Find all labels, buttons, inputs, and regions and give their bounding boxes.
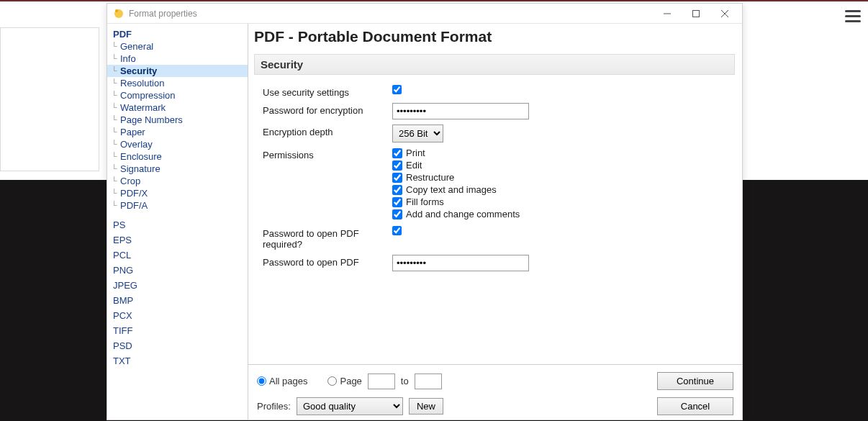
permission-row: Edit [392, 160, 735, 171]
app-icon [113, 8, 125, 19]
radio-all-pages-wrap[interactable]: All pages [257, 376, 307, 386]
tree-format-pcx[interactable]: PCX [107, 308, 248, 323]
radio-all-pages[interactable] [257, 376, 266, 386]
minimize-button[interactable] [653, 4, 682, 23]
tree-item-enclosure[interactable]: Enclosure [107, 150, 248, 163]
tree-format-eps[interactable]: EPS [107, 232, 248, 248]
tree-item-security[interactable]: Security [107, 65, 248, 77]
tree-format-bmp[interactable]: BMP [107, 293, 248, 308]
label-profiles: Profiles: [257, 401, 291, 412]
page-title: PDF - Portable Document Format [254, 28, 735, 45]
close-button[interactable] [710, 4, 739, 23]
svg-rect-3 [693, 10, 700, 17]
tree-item-page-numbers[interactable]: Page Numbers [107, 114, 248, 126]
title-bar: Format properties [107, 4, 742, 24]
permission-label: Add and change comments [406, 209, 520, 219]
permission-row: Restructure [392, 172, 735, 183]
tree-format-tiff[interactable]: TIFF [107, 323, 248, 338]
window-title: Format properties [129, 9, 197, 19]
label-use-security: Use security settings [263, 85, 392, 98]
permission-checkbox-add-and-change-comments[interactable] [392, 209, 402, 219]
permission-label: Restructure [406, 172, 454, 183]
permission-checkbox-print[interactable] [392, 148, 402, 158]
permission-label: Edit [406, 160, 422, 171]
permission-label: Copy text and images [406, 184, 497, 195]
permission-checkbox-copy-text-and-images[interactable] [392, 185, 402, 195]
input-page-from[interactable] [368, 374, 395, 389]
label-to: to [401, 376, 409, 386]
tree-item-signature[interactable]: Signature [107, 163, 248, 175]
permissions-list: PrintEditRestructureCopy text and images… [392, 148, 735, 221]
label-all-pages: All pages [269, 376, 307, 386]
tree-item-watermark[interactable]: Watermark [107, 101, 248, 114]
maximize-icon [692, 10, 700, 17]
permission-checkbox-fill-forms[interactable] [392, 197, 402, 207]
radio-page-range-wrap[interactable]: Page [327, 376, 361, 386]
tree-root-pdf[interactable]: PDF [107, 28, 248, 40]
tree-item-resolution[interactable]: Resolution [107, 77, 248, 89]
tree-item-compression[interactable]: Compression [107, 89, 248, 101]
format-tree: PDFGeneralInfoSecurityResolutionCompress… [107, 24, 248, 420]
tree-format-pcl[interactable]: PCL [107, 248, 248, 263]
tree-item-pdf-x[interactable]: PDF/X [107, 187, 248, 199]
footer: All pages Page to Continue Profiles: Goo [248, 364, 742, 420]
label-enc-depth: Encryption depth [263, 125, 392, 137]
permission-row: Copy text and images [392, 184, 735, 195]
tree-format-ps[interactable]: PS [107, 217, 248, 232]
tree-format-png[interactable]: PNG [107, 263, 248, 278]
input-pw-open[interactable] [392, 255, 529, 271]
format-properties-window: Format properties PDFGeneralInfoSecurity… [107, 3, 743, 420]
permission-label: Print [406, 148, 425, 158]
tree-format-txt[interactable]: TXT [107, 353, 248, 368]
permission-row: Fill forms [392, 196, 735, 207]
select-profile[interactable]: Good quality [297, 397, 403, 415]
tree-format-jpeg[interactable]: JPEG [107, 278, 248, 293]
permission-checkbox-restructure[interactable] [392, 173, 402, 183]
tree-item-crop[interactable]: Crop [107, 175, 248, 187]
continue-button[interactable]: Continue [657, 372, 733, 390]
tree-item-pdf-a[interactable]: PDF/A [107, 199, 248, 212]
label-permissions: Permissions [263, 148, 392, 160]
input-page-to[interactable] [415, 374, 442, 389]
cancel-button[interactable]: Cancel [657, 397, 733, 415]
permission-label: Fill forms [406, 196, 444, 207]
tree-item-paper[interactable]: Paper [107, 126, 248, 138]
new-button[interactable]: New [409, 398, 443, 415]
select-enc-depth[interactable]: 128 Bit256 Bit [392, 125, 443, 142]
checkbox-use-security[interactable] [392, 85, 402, 94]
section-header: Security [254, 54, 735, 75]
tree-format-psd[interactable]: PSD [107, 338, 248, 353]
maximize-button[interactable] [682, 4, 710, 23]
tree-item-overlay[interactable]: Overlay [107, 138, 248, 150]
label-pw-open: Password to open PDF [263, 255, 392, 268]
checkbox-pw-open-required[interactable] [392, 226, 402, 235]
permission-row: Add and change comments [392, 209, 735, 219]
permission-row: Print [392, 148, 735, 158]
tree-item-info[interactable]: Info [107, 53, 248, 65]
input-pw-encryption[interactable] [392, 103, 529, 119]
permission-checkbox-edit[interactable] [392, 160, 402, 171]
minimize-icon [664, 10, 671, 17]
svg-point-1 [115, 9, 118, 12]
radio-page-range[interactable] [327, 376, 337, 386]
label-pw-open-required: Password to open PDF required? [263, 226, 392, 250]
close-icon [721, 10, 728, 17]
background-panel [0, 27, 99, 171]
content-body: PDF - Portable Document Format Security … [248, 24, 742, 364]
hamburger-menu-icon[interactable] [845, 7, 861, 23]
label-page: Page [340, 376, 361, 386]
label-pw-encryption: Password for encryption [263, 103, 392, 116]
tree-item-general[interactable]: General [107, 40, 248, 53]
